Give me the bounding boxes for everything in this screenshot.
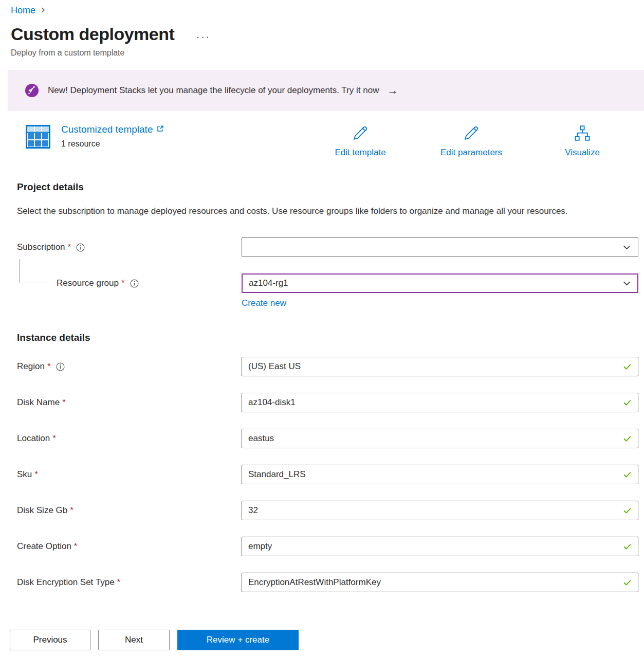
required-marker: * — [68, 242, 71, 252]
info-icon[interactable] — [130, 279, 139, 288]
region-row: Region * — [0, 357, 644, 376]
valid-check-icon — [622, 542, 632, 552]
external-link-icon — [156, 124, 164, 135]
template-table-icon — [26, 125, 50, 151]
sku-row: Sku * — [0, 465, 644, 484]
sku-input[interactable] — [242, 465, 638, 484]
breadcrumb: Home — [0, 0, 644, 16]
disk-encryption-set-type-input[interactable] — [242, 573, 638, 592]
disk-name-row: Disk Name * — [0, 393, 644, 412]
edit-parameters-button[interactable]: Edit parameters — [416, 124, 527, 158]
info-icon[interactable] — [56, 362, 65, 371]
create-option-row: Create Option * — [0, 537, 644, 556]
create-new-link[interactable]: Create new — [242, 298, 286, 308]
disk-size-input[interactable] — [242, 501, 638, 520]
next-button[interactable]: Next — [98, 630, 170, 650]
wizard-footer: Previous Next Review + create — [0, 622, 644, 658]
sku-label: Sku — [17, 469, 32, 480]
resource-group-dropdown[interactable]: az104-rg1 — [242, 273, 638, 293]
project-details-description: Select the subscription to manage deploy… — [17, 203, 608, 219]
disk-name-label: Disk Name — [17, 397, 60, 408]
disk-size-row: Disk Size Gb * — [0, 501, 644, 520]
required-marker: * — [52, 433, 56, 444]
required-marker: * — [70, 505, 73, 516]
disk-encryption-set-type-label: Disk Encryption Set Type — [17, 577, 115, 588]
template-meta: Customized template 1 resource — [61, 124, 164, 149]
subscription-label: Subscription — [17, 242, 65, 252]
create-option-input[interactable] — [242, 537, 638, 556]
template-name-link[interactable]: Customized template — [61, 124, 164, 135]
chevron-right-icon — [40, 6, 46, 15]
disk-encryption-set-type-row: Disk Encryption Set Type * — [0, 573, 644, 592]
edit-template-button[interactable]: Edit template — [305, 124, 416, 158]
project-details-heading: Project details — [17, 181, 644, 193]
arrow-right-icon[interactable]: → — [387, 84, 398, 97]
disk-name-input[interactable] — [242, 393, 638, 412]
resource-group-row: Resource group * az104-rg1 — [0, 273, 644, 293]
visualize-button[interactable]: Visualize — [527, 124, 638, 158]
pencil-icon — [351, 124, 370, 144]
required-marker: * — [121, 278, 125, 288]
location-label: Location — [17, 433, 50, 444]
required-marker: * — [74, 541, 78, 552]
template-resource-count: 1 resource — [61, 139, 164, 149]
valid-check-icon — [622, 434, 632, 444]
location-input[interactable] — [242, 429, 638, 448]
valid-check-icon — [622, 362, 632, 372]
info-icon[interactable] — [76, 243, 85, 252]
page-title-row: Custom deployment ··· — [11, 24, 644, 44]
page-title: Custom deployment — [11, 24, 174, 44]
instance-details-heading: Instance details — [17, 332, 644, 343]
template-summary: Customized template 1 resource Edit temp… — [0, 124, 644, 158]
subscription-dropdown[interactable] — [242, 237, 638, 257]
tree-connector-line — [19, 259, 50, 283]
create-new-row: Create new — [242, 298, 644, 308]
visualize-label: Visualize — [565, 148, 600, 158]
valid-check-icon — [622, 506, 632, 516]
disk-size-label: Disk Size Gb — [17, 505, 67, 516]
required-marker: * — [47, 361, 51, 372]
template-name-label: Customized template — [61, 124, 153, 135]
create-option-label: Create Option — [17, 541, 71, 552]
more-menu-button[interactable]: ··· — [196, 25, 210, 44]
review-create-button[interactable]: Review + create — [177, 630, 299, 650]
pencil-icon — [462, 124, 481, 144]
required-marker: * — [117, 577, 121, 588]
resource-group-label: Resource group — [57, 278, 119, 288]
page-content: Home Custom deployment ··· Deploy from a… — [0, 0, 644, 620]
valid-check-icon — [622, 398, 632, 408]
custom-deployment-page: Home Custom deployment ··· Deploy from a… — [0, 0, 644, 658]
page-subtitle: Deploy from a custom template — [11, 48, 644, 58]
previous-button[interactable]: Previous — [10, 630, 90, 650]
subscription-row: Subscription * — [0, 237, 644, 257]
region-label: Region — [17, 361, 45, 372]
deployment-stacks-banner[interactable]: New! Deployment Stacks let you manage th… — [8, 70, 644, 111]
location-row: Location * — [0, 429, 644, 448]
valid-check-icon — [622, 470, 632, 480]
edit-parameters-label: Edit parameters — [440, 148, 502, 158]
template-actions: Edit template Edit parameters Visualize — [305, 124, 638, 158]
valid-check-icon — [622, 578, 632, 588]
region-input[interactable] — [242, 357, 638, 376]
required-marker: * — [34, 469, 38, 480]
edit-template-label: Edit template — [335, 148, 385, 158]
banner-message: New! Deployment Stacks let you manage th… — [48, 85, 379, 96]
resource-group-value: az104-rg1 — [249, 278, 288, 288]
breadcrumb-home-link[interactable]: Home — [11, 5, 35, 16]
required-marker: * — [62, 397, 66, 408]
hierarchy-icon — [573, 124, 592, 144]
rocket-icon — [25, 83, 39, 98]
